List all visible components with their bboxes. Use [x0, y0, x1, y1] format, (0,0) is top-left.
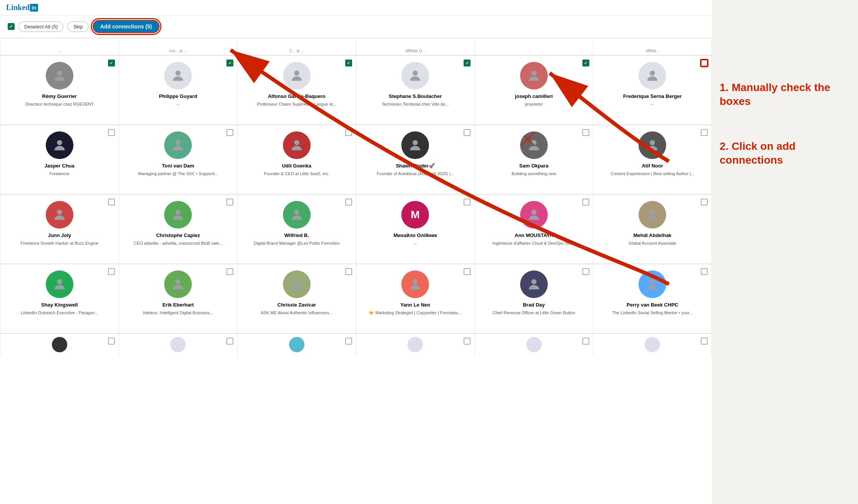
partial-cell-5: [475, 38, 594, 55]
avatar-mehdi: [639, 201, 666, 229]
person-card-joseph[interactable]: joseph camilleri proprietor: [475, 56, 594, 125]
checkbox-perry[interactable]: [701, 268, 708, 275]
annotation-step1-container: 1. Manually check the boxes: [720, 12, 850, 109]
person-card-mehdi[interactable]: Mehdi Abdelhak Global Account Associate: [594, 195, 712, 264]
checkbox-philippe[interactable]: [226, 60, 233, 66]
name-shay: Shay Kingswell: [41, 302, 78, 308]
person-card-udit[interactable]: Udit Goenka Founder & CEO at Little SaaS…: [238, 125, 356, 194]
svg-point-20: [176, 279, 181, 284]
add-connections-button[interactable]: Add connections (5): [93, 20, 160, 33]
checkbox-chrissie[interactable]: [345, 268, 352, 275]
checkbox-r5-3[interactable]: [345, 338, 352, 345]
linkedin-logo[interactable]: Linked: [6, 3, 30, 12]
skip-button[interactable]: Skip: [67, 22, 88, 32]
person-card-stephane[interactable]: Stephane S.Boulacher Technicien Territor…: [356, 56, 475, 125]
checkbox-yann[interactable]: [464, 268, 471, 275]
checkbox-wilfried[interactable]: [345, 199, 352, 206]
person-card-chrissie[interactable]: Chrissie Zavicar ASK ME About Authentic …: [238, 264, 356, 333]
person-card-wilfried[interactable]: Wilfried B. Digital Brand Manager @Les P…: [238, 195, 356, 264]
left-section: Linked in Deselect All (5) Skip Add conn…: [0, 0, 712, 504]
svg-point-16: [294, 210, 299, 215]
avatar-r5-4: [407, 337, 423, 352]
partial-cell-1: ...: [0, 38, 119, 55]
partial-cell-6: Affiliat...: [594, 38, 712, 55]
checkbox-stephane[interactable]: [464, 60, 471, 66]
person-card-erik[interactable]: Erik Eberhart Intelenz -Intelligent Digi…: [119, 264, 238, 333]
person-card-r5-3[interactable]: [238, 334, 356, 356]
person-card-sam[interactable]: Sam Okpara Building something new: [475, 125, 594, 194]
checkbox-sam[interactable]: [582, 129, 589, 136]
checkbox-erik[interactable]: [226, 268, 233, 275]
annotation-step2-container: 2. Click on add connections: [720, 139, 850, 167]
checkbox-shay[interactable]: [108, 268, 115, 275]
person-card-alfonso[interactable]: Alfonso Garcia-Baquero Professeur Chaire…: [238, 56, 356, 125]
name-mehdi: Mehdi Abdelhak: [634, 232, 672, 239]
title-erik: Intelenz -Intelligent Digital Business..…: [143, 310, 213, 315]
checkbox-udit[interactable]: [345, 129, 352, 136]
checkbox-junn[interactable]: [108, 199, 115, 206]
checkbox-remy[interactable]: [108, 60, 115, 66]
person-card-atif[interactable]: Atif Noor Content Experiences | Best-sel…: [594, 125, 712, 194]
avatar-remy: [46, 62, 73, 90]
avatar-erik: [164, 270, 192, 298]
person-card-perry[interactable]: Perry van Beek CHPC The LinkedIn Social …: [594, 264, 712, 333]
person-card-toni[interactable]: Toni van Dam Managing partner @ The SSC …: [119, 125, 238, 194]
checkbox-frederique[interactable]: [701, 60, 708, 66]
name-philippe: Philippe Guyard: [159, 93, 197, 100]
avatar-toni: [164, 131, 192, 159]
person-grid-row4: Shay Kingswell LinkedIn Outreach Executi…: [0, 264, 712, 333]
checkbox-brad[interactable]: [582, 268, 589, 275]
avatar-stephane: [401, 62, 429, 90]
name-ann: Ann MOUSTAYA: [515, 232, 553, 239]
title-jasper: Freelancer: [49, 171, 70, 176]
person-card-shawn[interactable]: Shawn Finder🚀 Founder of Autoklose (Acqu…: [356, 125, 475, 194]
person-card-mikhaylo[interactable]: M Михайло Олійник --: [356, 195, 475, 264]
person-card-junn[interactable]: Junn Joly Freelance Growth Hacker at Buz…: [0, 195, 119, 264]
avatar-r5-3: [289, 337, 304, 352]
person-card-christophe[interactable]: Christophe Capiez CEO adsellia - adselli…: [119, 195, 238, 264]
checkbox-joseph[interactable]: [582, 60, 589, 66]
person-card-r5-5[interactable]: [475, 334, 594, 356]
avatar-junn: [46, 201, 73, 229]
toolbar: Deselect All (5) Skip Add connections (5…: [0, 15, 712, 38]
name-perry: Perry van Beek CHPC: [627, 302, 678, 308]
checkbox-jasper[interactable]: [108, 129, 115, 136]
title-shay: LinkedIn Outreach Executive - Paragon...: [21, 310, 98, 315]
person-card-shay[interactable]: Shay Kingswell LinkedIn Outreach Executi…: [0, 264, 119, 333]
person-card-frederique[interactable]: Frederique Serna Berger --: [594, 56, 712, 125]
checkbox-alfonso[interactable]: [345, 60, 352, 66]
avatar-sam: [520, 131, 548, 159]
person-card-brad[interactable]: Brad Day Chief Revenue Officer at Little…: [475, 264, 594, 333]
person-card-r5-1[interactable]: [0, 334, 119, 356]
checkbox-mikhaylo[interactable]: [464, 199, 471, 206]
deselect-all-button[interactable]: Deselect All (5): [18, 22, 63, 32]
partial-cell-2: Invi... at ...: [119, 38, 238, 55]
checkbox-toni[interactable]: [226, 129, 233, 136]
title-frederique: --: [651, 101, 654, 107]
checkbox-r5-6[interactable]: [701, 338, 708, 345]
checkbox-r5-1[interactable]: [108, 338, 115, 345]
person-card-r5-4[interactable]: [356, 334, 475, 356]
title-toni: Managing partner @ The SSC • Supporti...: [138, 171, 218, 176]
person-card-remy[interactable]: Rémy Guerrier Directeur technique chez R…: [0, 56, 119, 125]
person-card-yann[interactable]: Yann Le Nen 🤝 Marketing Strategist | Cop…: [356, 264, 475, 333]
svg-point-17: [531, 210, 536, 215]
checkbox-r5-2[interactable]: [226, 338, 233, 345]
checkbox-shawn[interactable]: [464, 129, 471, 136]
checkbox-r5-4[interactable]: [464, 338, 471, 345]
person-card-philippe[interactable]: Philippe Guyard --: [119, 56, 238, 125]
partial-cell-4: Affiliate D...: [356, 38, 475, 55]
checkbox-christophe[interactable]: [226, 199, 233, 206]
select-all-checkbox[interactable]: [8, 23, 15, 30]
checkbox-mehdi[interactable]: [701, 199, 708, 206]
person-card-ann[interactable]: Ann MOUSTAYA Ingénieure d'affaires Cloud…: [475, 195, 594, 264]
person-card-r5-6[interactable]: [594, 334, 712, 356]
person-card-r5-2[interactable]: [119, 334, 238, 356]
person-card-jasper[interactable]: Jasper Chua Freelancer: [0, 125, 119, 194]
title-mehdi: Global Account Associate: [629, 240, 676, 246]
checkbox-ann[interactable]: [582, 199, 589, 206]
name-frederique: Frederique Serna Berger: [623, 93, 682, 100]
svg-point-5: [650, 71, 655, 76]
checkbox-r5-5[interactable]: [582, 338, 589, 345]
checkbox-atif[interactable]: [701, 129, 708, 136]
